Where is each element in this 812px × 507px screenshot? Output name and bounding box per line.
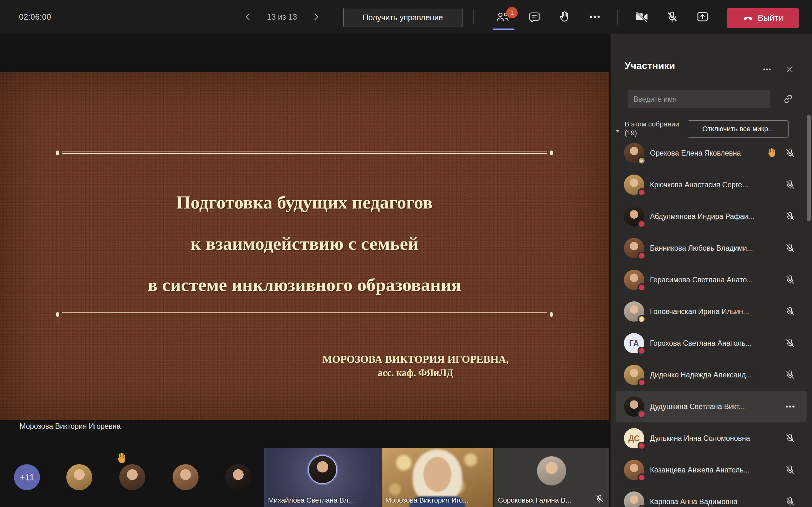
raised-hand-emoji — [114, 451, 129, 466]
participant-avatar — [624, 143, 644, 163]
mic-off-icon — [595, 494, 605, 504]
participant-avatar — [624, 365, 644, 385]
participant-row[interactable]: Карпова Анна Вадимовна — [616, 486, 807, 507]
share-invite-link-button[interactable] — [782, 93, 796, 107]
more-dots-icon — [762, 65, 772, 74]
participant-name: Казанцева Анжела Анатоль... — [650, 454, 750, 486]
mic-toggle-button[interactable] — [661, 6, 683, 28]
mic-off-icon[interactable] — [784, 274, 796, 285]
mic-off-icon[interactable] — [784, 337, 796, 349]
leave-button-label: Выйти — [758, 13, 783, 23]
participant-avatar — [624, 206, 644, 227]
presence-badge-busy — [638, 251, 646, 260]
section-header: В этом собрании (19) — [624, 120, 679, 137]
presence-badge-busy — [638, 442, 646, 450]
video-tile-name: Морозова Виктория Иго... — [386, 496, 468, 504]
mic-off-icon[interactable] — [784, 433, 796, 444]
video-tile[interactable]: Морозова Виктория Иго... — [382, 448, 493, 507]
shared-slide: Подготовка будущих педагогов к взаимодей… — [0, 72, 609, 420]
presence-badge-busy — [638, 473, 646, 482]
slide-divider-top — [62, 151, 547, 154]
participant-row[interactable]: Банникова Любовь Владими... — [616, 232, 807, 264]
leave-button[interactable]: Выйти — [727, 8, 799, 28]
presence-badge-busy — [638, 378, 646, 387]
mic-off-icon[interactable] — [784, 211, 796, 222]
participant-avatar: ГА — [624, 333, 644, 353]
presence-badge-busy — [638, 283, 646, 291]
participant-name: Горохова Светлана Анатоль... — [650, 327, 751, 359]
search-input[interactable] — [628, 90, 770, 108]
slide-divider-bottom — [62, 313, 547, 315]
more-options-icon[interactable] — [784, 401, 796, 412]
participant-name: Карпова Анна Вадимовна — [650, 486, 738, 507]
participant-row[interactable]: Крючкова Анастасия Серге... — [616, 169, 807, 201]
mic-off-icon[interactable] — [784, 242, 796, 254]
video-tile[interactable]: Сороковых Галина В... — [494, 448, 609, 507]
raise-hand-button[interactable] — [554, 6, 576, 28]
slide-author: МОРОЗОВА ВИКТОРИЯ ИГОРЕВНА, асс. каф. ФЯ… — [295, 352, 536, 380]
mute-all-button[interactable]: Отключить все микр... — [688, 120, 789, 137]
participant-row[interactable]: Диденко Надежда Александ... — [616, 359, 807, 391]
share-screen-icon — [695, 10, 710, 23]
participant-row[interactable]: Дудушкина Светлана Викт... — [616, 391, 807, 422]
participant-row[interactable]: Казанцева Анжела Анатоль... — [616, 454, 807, 486]
section-count: (19) — [624, 129, 679, 137]
participant-video-bubble[interactable] — [225, 464, 251, 490]
slide-title-line: к взаимодействию с семьей — [0, 223, 609, 264]
panel-close-button[interactable] — [783, 63, 797, 76]
mic-off-icon[interactable] — [784, 179, 796, 190]
participant-name: Орехова Елена Яковлевна — [650, 137, 741, 169]
slide-author-role: асс. каф. ФЯиЛД — [295, 366, 536, 380]
previous-slide-button[interactable] — [241, 10, 255, 24]
chat-button[interactable] — [523, 6, 546, 28]
presentation-stage: Подготовка будущих педагогов к взаимодей… — [0, 34, 610, 507]
take-control-button[interactable]: Получить управление — [343, 8, 462, 27]
chat-icon — [527, 10, 542, 23]
camera-off-icon — [635, 10, 649, 23]
video-tile[interactable]: Михайлова Светлана Вл... — [264, 448, 380, 507]
participant-video-bubble[interactable] — [172, 464, 199, 490]
participant-name: Дулькина Инна Соломоновна — [650, 422, 750, 454]
participant-name: Абдулмянова Индира Рафаи... — [650, 201, 754, 232]
toolbar-separator — [473, 9, 473, 25]
avatar — [308, 455, 337, 484]
share-screen-button[interactable] — [692, 6, 714, 28]
meeting-toolbar: 02:06:00 13 из 13 Получить управление 1 … — [0, 0, 812, 34]
slide-title-line: Подготовка будущих педагогов — [0, 182, 609, 223]
mic-off-icon[interactable] — [784, 306, 796, 317]
participant-row[interactable]: Герасимова Светлана Анато... — [616, 264, 807, 296]
participant-avatar — [624, 175, 644, 195]
mic-off-icon[interactable] — [784, 496, 796, 507]
overflow-participants-bubble[interactable]: +11 — [14, 464, 40, 490]
more-dots-icon — [588, 10, 602, 23]
participant-avatar — [624, 270, 644, 290]
presence-badge-busy — [638, 505, 646, 507]
mic-off-icon[interactable] — [784, 147, 796, 159]
video-tile-name: Сороковых Галина В... — [498, 496, 571, 504]
participant-avatar — [624, 301, 644, 322]
avatar — [537, 456, 566, 486]
mic-off-icon[interactable] — [784, 464, 796, 475]
participant-row[interactable]: Абдулмянова Индира Рафаи... — [616, 201, 807, 232]
participant-video-bubble[interactable] — [66, 464, 92, 490]
participant-row[interactable]: Орехова Елена Яковлевна — [616, 137, 807, 169]
mic-off-icon[interactable] — [784, 369, 796, 381]
chevron-right-icon — [310, 11, 321, 22]
section-collapse-toggle[interactable] — [615, 129, 620, 133]
participant-name: Герасимова Светлана Анато... — [650, 264, 753, 296]
more-actions-button[interactable] — [583, 6, 606, 28]
camera-toggle-button[interactable] — [630, 6, 653, 28]
participant-row[interactable]: Головчанская Ирина Ильин... — [616, 296, 807, 327]
panel-more-options-button[interactable] — [760, 63, 774, 76]
participant-row[interactable]: ДСДулькина Инна Соломоновна — [616, 422, 807, 454]
video-tile-name: Михайлова Светлана Вл... — [268, 496, 354, 504]
panel-scrollbar[interactable] — [807, 115, 811, 221]
participant-name: Головчанская Ирина Ильин... — [650, 296, 749, 327]
participant-video-bubble[interactable] — [119, 464, 145, 490]
participants-notification-badge: 1 — [506, 7, 518, 18]
next-slide-button[interactable] — [309, 10, 323, 24]
participant-row[interactable]: ГАГорохова Светлана Анатоль... — [616, 327, 807, 359]
slide-title: Подготовка будущих педагогов к взаимодей… — [0, 182, 609, 305]
participant-name: Диденко Надежда Александ... — [650, 359, 752, 391]
toolbar-separator — [617, 9, 618, 25]
